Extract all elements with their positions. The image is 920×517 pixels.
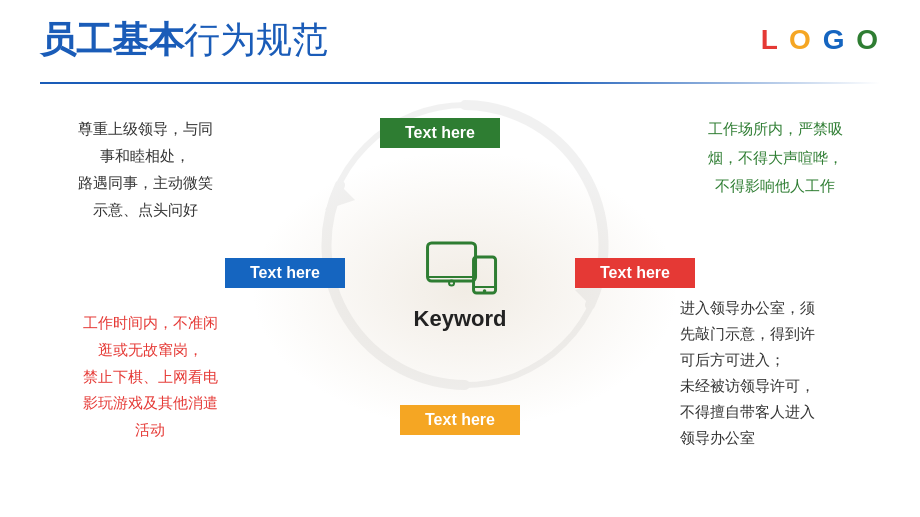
keyword-text: Keyword	[414, 306, 507, 332]
center-content: Keyword	[414, 240, 507, 332]
tag-mid-right-label: Text here	[600, 264, 670, 281]
tag-top-center-label: Text here	[405, 124, 475, 141]
svg-rect-3	[428, 243, 476, 281]
right-top-content: 工作场所内，严禁吸烟，不得大声喧哗，不得影响他人工作	[670, 115, 880, 201]
logo-g: G	[823, 24, 847, 55]
left-bottom-text: 工作时间内，不准闲逛或无故窜岗，禁止下棋、上网看电影玩游戏及其他消遣活动	[83, 315, 218, 438]
svg-point-5	[449, 281, 454, 286]
left-bottom-content: 工作时间内，不准闲逛或无故窜岗，禁止下棋、上网看电影玩游戏及其他消遣活动	[40, 310, 260, 444]
title-bold: 员工基本	[40, 19, 184, 60]
tag-mid-left: Text here	[225, 258, 345, 288]
svg-marker-2	[325, 185, 355, 210]
logo: L O G O	[761, 24, 880, 56]
device-icon	[420, 240, 500, 300]
tag-bottom-center: Text here	[400, 405, 520, 435]
left-top-content: 尊重上级领导，与同事和睦相处，路遇同事，主动微笑示意、点头问好	[40, 115, 250, 223]
page-title: 员工基本行为规范	[40, 18, 328, 61]
tag-top-center: Text here	[380, 118, 500, 148]
logo-l: L	[761, 24, 780, 55]
header-divider	[40, 82, 880, 84]
right-top-text: 工作场所内，严禁吸烟，不得大声喧哗，不得影响他人工作	[708, 120, 843, 194]
tag-mid-right: Text here	[575, 258, 695, 288]
title-normal: 行为规范	[184, 19, 328, 60]
right-bottom-text: 进入领导办公室，须先敲门示意，得到许可后方可进入；未经被访领导许可，不得擅自带客…	[680, 300, 815, 446]
logo-o2: O	[856, 24, 880, 55]
left-top-text: 尊重上级领导，与同事和睦相处，路遇同事，主动微笑示意、点头问好	[78, 120, 213, 218]
logo-o1: O	[789, 24, 813, 55]
right-bottom-content: 进入领导办公室，须先敲门示意，得到许可后方可进入；未经被访领导许可，不得擅自带客…	[680, 295, 880, 452]
devices-svg	[420, 241, 500, 299]
header: 员工基本行为规范 L O G O	[40, 18, 880, 61]
svg-point-8	[483, 289, 487, 293]
tag-bottom-center-label: Text here	[425, 411, 495, 428]
tag-mid-left-label: Text here	[250, 264, 320, 281]
